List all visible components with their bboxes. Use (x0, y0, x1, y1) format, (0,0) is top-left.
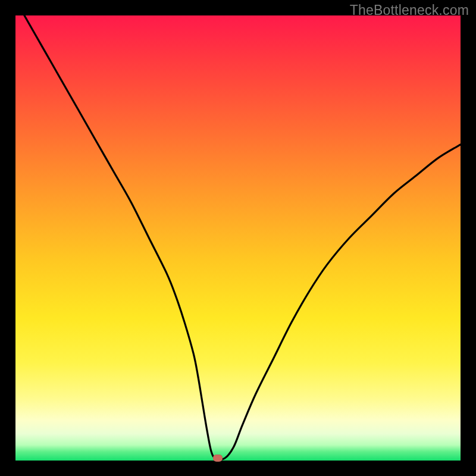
plot-area (15, 15, 461, 461)
optimal-point-marker (213, 455, 223, 462)
chart-frame: TheBottleneck.com (0, 0, 476, 476)
bottleneck-curve (15, 15, 461, 461)
watermark-text: TheBottleneck.com (350, 2, 469, 18)
